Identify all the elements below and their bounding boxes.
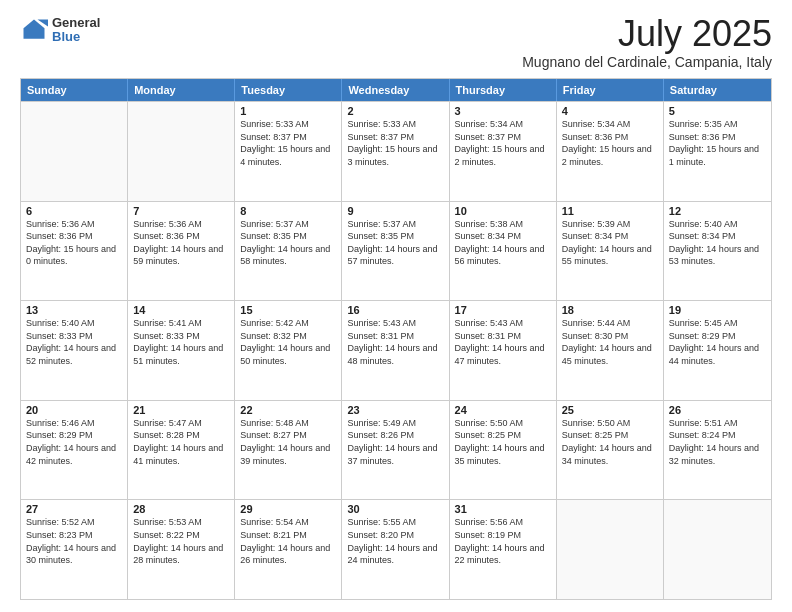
day-detail: Sunrise: 5:38 AMSunset: 8:34 PMDaylight:… [455,218,551,268]
location-title: Mugnano del Cardinale, Campania, Italy [522,54,772,70]
day-number: 25 [562,404,658,416]
day-detail: Sunrise: 5:34 AMSunset: 8:36 PMDaylight:… [562,118,658,168]
calendar-row-3: 20 Sunrise: 5:46 AMSunset: 8:29 PMDaylig… [21,400,771,500]
cal-cell-3-3: 23 Sunrise: 5:49 AMSunset: 8:26 PMDaylig… [342,401,449,500]
day-number: 30 [347,503,443,515]
cal-cell-2-3: 16 Sunrise: 5:43 AMSunset: 8:31 PMDaylig… [342,301,449,400]
cal-cell-4-3: 30 Sunrise: 5:55 AMSunset: 8:20 PMDaylig… [342,500,449,599]
day-detail: Sunrise: 5:54 AMSunset: 8:21 PMDaylight:… [240,516,336,566]
day-number: 21 [133,404,229,416]
cal-cell-1-5: 11 Sunrise: 5:39 AMSunset: 8:34 PMDaylig… [557,202,664,301]
header: General Blue July 2025 Mugnano del Cardi… [20,16,772,70]
day-number: 10 [455,205,551,217]
cal-cell-4-2: 29 Sunrise: 5:54 AMSunset: 8:21 PMDaylig… [235,500,342,599]
logo-text: General Blue [52,16,100,45]
day-number: 1 [240,105,336,117]
day-detail: Sunrise: 5:44 AMSunset: 8:30 PMDaylight:… [562,317,658,367]
cal-cell-1-1: 7 Sunrise: 5:36 AMSunset: 8:36 PMDayligh… [128,202,235,301]
day-number: 31 [455,503,551,515]
day-detail: Sunrise: 5:33 AMSunset: 8:37 PMDaylight:… [240,118,336,168]
day-number: 4 [562,105,658,117]
cal-cell-3-6: 26 Sunrise: 5:51 AMSunset: 8:24 PMDaylig… [664,401,771,500]
cal-cell-1-3: 9 Sunrise: 5:37 AMSunset: 8:35 PMDayligh… [342,202,449,301]
weekday-wednesday: Wednesday [342,79,449,101]
cal-cell-4-1: 28 Sunrise: 5:53 AMSunset: 8:22 PMDaylig… [128,500,235,599]
day-detail: Sunrise: 5:40 AMSunset: 8:34 PMDaylight:… [669,218,766,268]
weekday-friday: Friday [557,79,664,101]
day-number: 9 [347,205,443,217]
day-detail: Sunrise: 5:36 AMSunset: 8:36 PMDaylight:… [26,218,122,268]
day-detail: Sunrise: 5:56 AMSunset: 8:19 PMDaylight:… [455,516,551,566]
cal-cell-0-0 [21,102,128,201]
title-section: July 2025 Mugnano del Cardinale, Campani… [522,16,772,70]
cal-cell-0-5: 4 Sunrise: 5:34 AMSunset: 8:36 PMDayligh… [557,102,664,201]
day-detail: Sunrise: 5:49 AMSunset: 8:26 PMDaylight:… [347,417,443,467]
day-detail: Sunrise: 5:36 AMSunset: 8:36 PMDaylight:… [133,218,229,268]
day-detail: Sunrise: 5:48 AMSunset: 8:27 PMDaylight:… [240,417,336,467]
calendar-row-4: 27 Sunrise: 5:52 AMSunset: 8:23 PMDaylig… [21,499,771,599]
day-detail: Sunrise: 5:41 AMSunset: 8:33 PMDaylight:… [133,317,229,367]
weekday-saturday: Saturday [664,79,771,101]
cal-cell-1-0: 6 Sunrise: 5:36 AMSunset: 8:36 PMDayligh… [21,202,128,301]
day-detail: Sunrise: 5:55 AMSunset: 8:20 PMDaylight:… [347,516,443,566]
cal-cell-2-1: 14 Sunrise: 5:41 AMSunset: 8:33 PMDaylig… [128,301,235,400]
cal-cell-0-6: 5 Sunrise: 5:35 AMSunset: 8:36 PMDayligh… [664,102,771,201]
calendar-body: 1 Sunrise: 5:33 AMSunset: 8:37 PMDayligh… [21,101,771,599]
day-number: 11 [562,205,658,217]
cal-cell-4-5 [557,500,664,599]
day-detail: Sunrise: 5:51 AMSunset: 8:24 PMDaylight:… [669,417,766,467]
day-detail: Sunrise: 5:37 AMSunset: 8:35 PMDaylight:… [347,218,443,268]
weekday-thursday: Thursday [450,79,557,101]
day-number: 6 [26,205,122,217]
logo: General Blue [20,16,100,45]
day-number: 24 [455,404,551,416]
day-number: 29 [240,503,336,515]
day-number: 15 [240,304,336,316]
cal-cell-4-4: 31 Sunrise: 5:56 AMSunset: 8:19 PMDaylig… [450,500,557,599]
cal-cell-4-6 [664,500,771,599]
day-detail: Sunrise: 5:42 AMSunset: 8:32 PMDaylight:… [240,317,336,367]
cal-cell-2-2: 15 Sunrise: 5:42 AMSunset: 8:32 PMDaylig… [235,301,342,400]
cal-cell-2-0: 13 Sunrise: 5:40 AMSunset: 8:33 PMDaylig… [21,301,128,400]
calendar-row-1: 6 Sunrise: 5:36 AMSunset: 8:36 PMDayligh… [21,201,771,301]
day-number: 16 [347,304,443,316]
day-detail: Sunrise: 5:40 AMSunset: 8:33 PMDaylight:… [26,317,122,367]
day-detail: Sunrise: 5:45 AMSunset: 8:29 PMDaylight:… [669,317,766,367]
cal-cell-0-2: 1 Sunrise: 5:33 AMSunset: 8:37 PMDayligh… [235,102,342,201]
day-detail: Sunrise: 5:35 AMSunset: 8:36 PMDaylight:… [669,118,766,168]
calendar-row-2: 13 Sunrise: 5:40 AMSunset: 8:33 PMDaylig… [21,300,771,400]
day-number: 28 [133,503,229,515]
day-number: 2 [347,105,443,117]
page: General Blue July 2025 Mugnano del Cardi… [0,0,792,612]
cal-cell-3-4: 24 Sunrise: 5:50 AMSunset: 8:25 PMDaylig… [450,401,557,500]
day-number: 13 [26,304,122,316]
cal-cell-2-5: 18 Sunrise: 5:44 AMSunset: 8:30 PMDaylig… [557,301,664,400]
cal-cell-1-4: 10 Sunrise: 5:38 AMSunset: 8:34 PMDaylig… [450,202,557,301]
cal-cell-3-1: 21 Sunrise: 5:47 AMSunset: 8:28 PMDaylig… [128,401,235,500]
day-number: 20 [26,404,122,416]
cal-cell-3-0: 20 Sunrise: 5:46 AMSunset: 8:29 PMDaylig… [21,401,128,500]
calendar: Sunday Monday Tuesday Wednesday Thursday… [20,78,772,600]
month-title: July 2025 [522,16,772,52]
cal-cell-3-5: 25 Sunrise: 5:50 AMSunset: 8:25 PMDaylig… [557,401,664,500]
day-number: 12 [669,205,766,217]
day-number: 23 [347,404,443,416]
day-number: 14 [133,304,229,316]
cal-cell-2-6: 19 Sunrise: 5:45 AMSunset: 8:29 PMDaylig… [664,301,771,400]
cal-cell-1-6: 12 Sunrise: 5:40 AMSunset: 8:34 PMDaylig… [664,202,771,301]
weekday-sunday: Sunday [21,79,128,101]
day-detail: Sunrise: 5:52 AMSunset: 8:23 PMDaylight:… [26,516,122,566]
day-detail: Sunrise: 5:50 AMSunset: 8:25 PMDaylight:… [455,417,551,467]
day-detail: Sunrise: 5:39 AMSunset: 8:34 PMDaylight:… [562,218,658,268]
cal-cell-0-4: 3 Sunrise: 5:34 AMSunset: 8:37 PMDayligh… [450,102,557,201]
cal-cell-0-3: 2 Sunrise: 5:33 AMSunset: 8:37 PMDayligh… [342,102,449,201]
day-number: 22 [240,404,336,416]
day-detail: Sunrise: 5:50 AMSunset: 8:25 PMDaylight:… [562,417,658,467]
day-number: 7 [133,205,229,217]
svg-marker-0 [24,20,45,39]
logo-icon [20,16,48,44]
day-detail: Sunrise: 5:43 AMSunset: 8:31 PMDaylight:… [347,317,443,367]
logo-general-text: General [52,16,100,30]
calendar-header: Sunday Monday Tuesday Wednesday Thursday… [21,79,771,101]
calendar-row-0: 1 Sunrise: 5:33 AMSunset: 8:37 PMDayligh… [21,101,771,201]
